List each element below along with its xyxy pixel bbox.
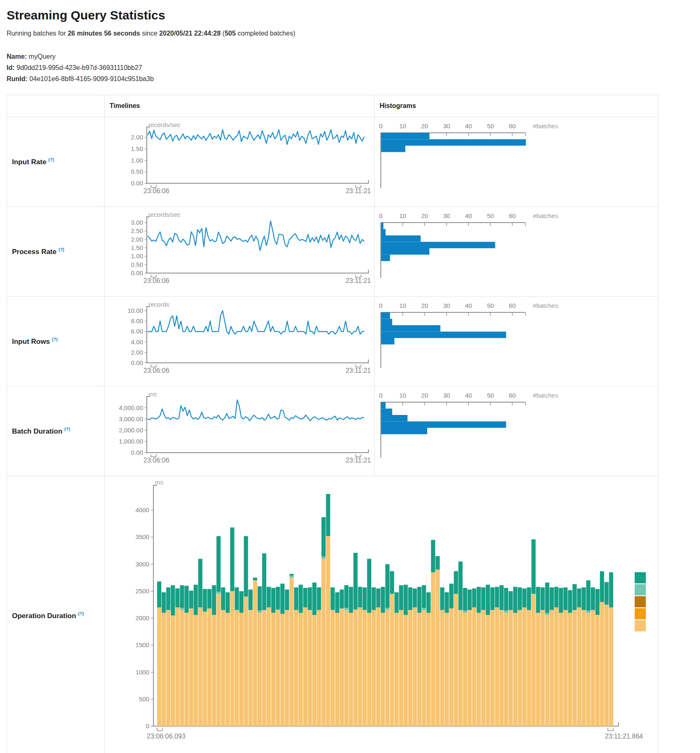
svg-text:#batches: #batches: [533, 302, 558, 309]
summary-batch-count: 505: [225, 30, 236, 37]
input-rate-timeline-cell: records/sec2.001.501.000.500.0023:06:062…: [105, 117, 375, 206]
batch-duration-help-icon[interactable]: (?): [65, 427, 70, 432]
svg-text:0.00: 0.00: [131, 180, 143, 187]
svg-text:40: 40: [465, 122, 472, 129]
svg-text:30: 30: [443, 122, 450, 129]
table-row-operation-duration: Operation Duration (?) ms400035003000250…: [7, 476, 658, 753]
svg-text:50: 50: [487, 392, 494, 399]
operation-duration-timeline-svg: ms4000350030002500200015001000500023:06:…: [107, 478, 661, 750]
svg-text:23:11:21: 23:11:21: [346, 367, 371, 374]
svg-text:23:06:06: 23:06:06: [143, 457, 169, 464]
svg-text:40: 40: [465, 302, 472, 309]
svg-text:50: 50: [487, 122, 494, 129]
input-rate-timeline-svg: records/sec2.001.501.000.500.0023:06:062…: [105, 121, 373, 201]
svg-text:0.50: 0.50: [131, 168, 143, 175]
svg-text:#batches: #batches: [533, 122, 558, 129]
svg-text:3.00: 3.00: [131, 219, 143, 226]
row-label-input-rows: Input Rows (?): [7, 296, 105, 386]
input-rate-histogram-cell: 0102030405060#batches: [375, 117, 658, 206]
svg-text:ms: ms: [155, 479, 163, 486]
svg-text:23:11:21: 23:11:21: [346, 277, 371, 284]
batch-duration-histogram-chart: 0102030405060#batches: [375, 391, 658, 472]
query-runid-line: RunId: 04e101e6-8bf8-4165-9099-9104c951b…: [7, 74, 693, 85]
statistics-table: Timelines Histograms Input Rate (?) reco…: [7, 95, 658, 753]
svg-text:0.00: 0.00: [131, 359, 143, 366]
svg-text:1.00: 1.00: [131, 252, 143, 259]
legend-swatch-1: [635, 584, 646, 595]
legend-swatch-4: [635, 620, 646, 631]
svg-text:records/sec: records/sec: [148, 121, 181, 128]
input-rate-help-icon[interactable]: (?): [48, 157, 54, 162]
svg-text:2.00: 2.00: [131, 235, 143, 242]
legend-swatch-2: [635, 596, 646, 607]
summary-suffix: completed batches): [236, 30, 295, 37]
process-rate-timeline-svg: records/sec3.002.502.001.501.000.500.002…: [105, 211, 373, 290]
table-row-input-rate: Input Rate (?) records/sec2.001.501.000.…: [7, 117, 658, 206]
svg-text:2,000.00: 2,000.00: [119, 426, 143, 433]
operation-duration-help-icon[interactable]: (?): [78, 611, 84, 616]
svg-text:1.50: 1.50: [131, 244, 143, 251]
process-rate-histogram-cell: 0102030405060#batches: [375, 206, 658, 296]
query-name-line: Name: myQuery: [7, 51, 693, 62]
svg-text:2.00: 2.00: [131, 348, 143, 355]
header-timelines: Timelines: [105, 95, 375, 117]
svg-text:10: 10: [399, 392, 406, 399]
svg-text:50: 50: [487, 212, 494, 219]
process-rate-histogram-chart: 0102030405060#batches: [375, 211, 658, 292]
svg-text:20: 20: [421, 392, 428, 399]
batch-duration-histogram-svg: 0102030405060#batches: [375, 391, 658, 470]
svg-text:records: records: [148, 301, 169, 308]
input-rows-timeline-svg: records10.008.006.004.002.000.0023:06:06…: [105, 301, 373, 380]
svg-text:23:06:06: 23:06:06: [143, 277, 169, 284]
svg-text:40: 40: [465, 392, 472, 399]
input-rate-histogram-svg: 0102030405060#batches: [375, 121, 658, 201]
operation-duration-chart-cell: ms4000350030002500200015001000500023:06:…: [105, 476, 658, 753]
input-rows-timeline-chart: records10.008.006.004.002.000.0023:06:06…: [105, 301, 374, 382]
svg-text:1000: 1000: [136, 668, 149, 675]
batch-duration-label: Batch Duration: [12, 427, 62, 435]
batch-duration-timeline-chart: ms4,000.003,000.002,000.001,000.000.0023…: [105, 391, 374, 472]
svg-text:3,000.00: 3,000.00: [119, 415, 143, 422]
svg-text:30: 30: [443, 392, 450, 399]
process-rate-histogram-svg: 0102030405060#batches: [375, 211, 658, 290]
query-runid-value: 04e101e6-8bf8-4165-9099-9104c951ba3b: [28, 75, 154, 82]
svg-text:6.00: 6.00: [131, 328, 143, 335]
table-row-process-rate: Process Rate (?) records/sec3.002.502.00…: [7, 206, 658, 296]
svg-text:4.00: 4.00: [131, 338, 143, 345]
summary-prefix: Running batches for: [7, 30, 68, 37]
header-empty-cell: [7, 95, 105, 117]
input-rate-label: Input Rate: [12, 158, 46, 165]
svg-text:0: 0: [379, 122, 382, 129]
svg-text:2500: 2500: [136, 587, 149, 594]
legend-swatch-3: [635, 608, 646, 619]
header-histograms: Histograms: [375, 95, 658, 117]
svg-text:20: 20: [421, 212, 428, 219]
input-rows-histogram-chart: 0102030405060#batches: [375, 301, 658, 382]
legend-swatch-0: [635, 572, 646, 583]
svg-text:0: 0: [146, 722, 149, 729]
svg-text:1.00: 1.00: [131, 156, 143, 163]
input-rate-timeline-chart: records/sec2.001.501.000.500.0023:06:062…: [105, 121, 374, 202]
table-row-input-rows: Input Rows (?) records10.008.006.004.002…: [7, 296, 658, 386]
streaming-statistics-page: Streaming Query Statistics Running batch…: [0, 0, 700, 753]
process-rate-timeline-cell: records/sec3.002.502.001.501.000.500.002…: [105, 206, 375, 296]
svg-text:1.50: 1.50: [131, 145, 143, 152]
process-rate-label: Process Rate: [12, 247, 57, 255]
svg-text:0: 0: [379, 392, 382, 399]
input-rows-help-icon[interactable]: (?): [52, 337, 57, 342]
process-rate-help-icon[interactable]: (?): [58, 247, 64, 252]
batch-duration-timeline-svg: ms4,000.003,000.002,000.001,000.000.0023…: [105, 391, 373, 470]
svg-text:2.00: 2.00: [131, 134, 143, 141]
svg-text:20: 20: [421, 122, 428, 129]
svg-text:50: 50: [487, 302, 494, 309]
query-id-label: Id:: [7, 64, 15, 71]
svg-text:2000: 2000: [136, 614, 149, 621]
svg-text:10: 10: [399, 302, 406, 309]
input-rows-label: Input Rows: [12, 337, 50, 345]
summary-start-time: 2020/05/21 22:44:28: [159, 30, 221, 37]
page-title: Streaming Query Statistics: [7, 8, 693, 22]
summary-middle: since: [140, 30, 159, 37]
svg-text:4000: 4000: [136, 506, 149, 513]
svg-text:0.50: 0.50: [131, 261, 143, 268]
svg-text:60: 60: [509, 212, 516, 219]
